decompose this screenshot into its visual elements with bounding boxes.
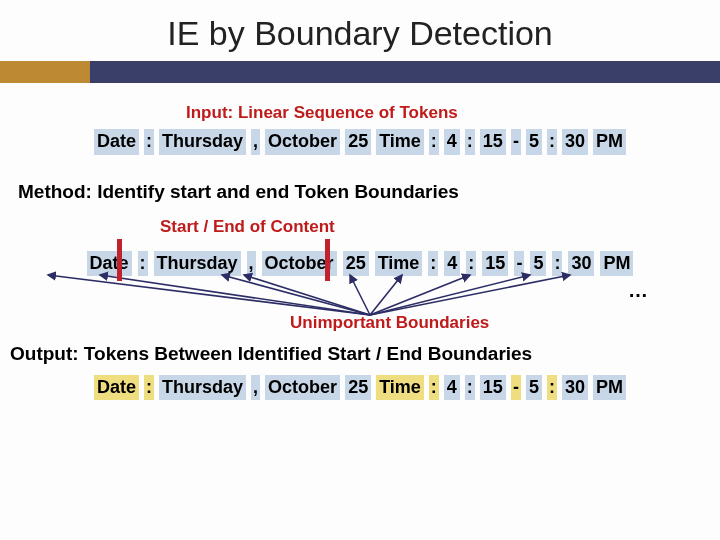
- accent-bar-left: [0, 61, 90, 83]
- token: 4: [444, 375, 460, 401]
- token: :: [547, 375, 557, 401]
- token: :: [466, 251, 476, 277]
- token: 15: [480, 129, 506, 155]
- token: :: [429, 129, 439, 155]
- token: 30: [562, 375, 588, 401]
- token: Date: [94, 129, 139, 155]
- token: October: [265, 375, 340, 401]
- token: 25: [345, 129, 371, 155]
- unimportant-label: Unimportant Boundaries: [290, 313, 489, 333]
- token: :: [547, 129, 557, 155]
- token: :: [465, 375, 475, 401]
- token-row-3: Date : Thursday , October 25 Time : 4 : …: [0, 375, 720, 401]
- token: 15: [480, 375, 506, 401]
- token: 15: [482, 251, 508, 277]
- output-label: Output: Tokens Between Identified Start …: [10, 343, 720, 365]
- token: PM: [593, 375, 626, 401]
- token-row-1: Date : Thursday , October 25 Time : 4 : …: [0, 129, 720, 155]
- token: Thursday: [154, 251, 241, 277]
- token-row-2-wrap: Date : Thursday , October 25 Time : 4 : …: [0, 247, 720, 337]
- accent-bar: [0, 61, 720, 83]
- token: Time: [376, 375, 424, 401]
- startend-label: Start / End of Content: [160, 217, 720, 237]
- token: :: [428, 251, 438, 277]
- token: :: [465, 129, 475, 155]
- token: -: [514, 251, 524, 277]
- token: PM: [593, 129, 626, 155]
- svg-line-1: [100, 275, 370, 315]
- token: PM: [600, 251, 633, 277]
- slide-title: IE by Boundary Detection: [0, 0, 720, 61]
- token: :: [552, 251, 562, 277]
- accent-bar-right: [90, 61, 720, 83]
- token: 25: [343, 251, 369, 277]
- token: 5: [526, 375, 542, 401]
- token: 4: [444, 129, 460, 155]
- svg-line-5: [370, 275, 402, 315]
- token: ,: [251, 129, 260, 155]
- token: 30: [562, 129, 588, 155]
- token: Thursday: [159, 375, 246, 401]
- token: October: [265, 129, 340, 155]
- svg-line-0: [48, 275, 370, 315]
- token: 25: [345, 375, 371, 401]
- svg-line-7: [370, 275, 530, 315]
- token: Date: [94, 375, 139, 401]
- token: :: [144, 375, 154, 401]
- token: 5: [530, 251, 546, 277]
- svg-line-4: [350, 275, 370, 315]
- token: 5: [526, 129, 542, 155]
- svg-line-8: [370, 275, 570, 315]
- token: -: [511, 375, 521, 401]
- token: -: [511, 129, 521, 155]
- token: Thursday: [159, 129, 246, 155]
- svg-line-3: [244, 275, 370, 315]
- token: :: [429, 375, 439, 401]
- token: :: [138, 251, 148, 277]
- token: Time: [375, 251, 423, 277]
- svg-line-2: [222, 275, 370, 315]
- token: 4: [444, 251, 460, 277]
- input-label: Input: Linear Sequence of Tokens: [186, 103, 720, 123]
- svg-line-6: [370, 275, 470, 315]
- token: Date: [87, 251, 132, 277]
- token: :: [144, 129, 154, 155]
- token-row-2: Date : Thursday , October 25 Time : 4 : …: [0, 251, 720, 277]
- token: ,: [247, 251, 256, 277]
- boundary-marker-start: [117, 239, 122, 281]
- token: Time: [376, 129, 424, 155]
- token: 30: [568, 251, 594, 277]
- token: ,: [251, 375, 260, 401]
- method-label: Method: Identify start and end Token Bou…: [18, 181, 720, 203]
- boundary-marker-end: [325, 239, 330, 281]
- ellipsis: …: [628, 279, 648, 302]
